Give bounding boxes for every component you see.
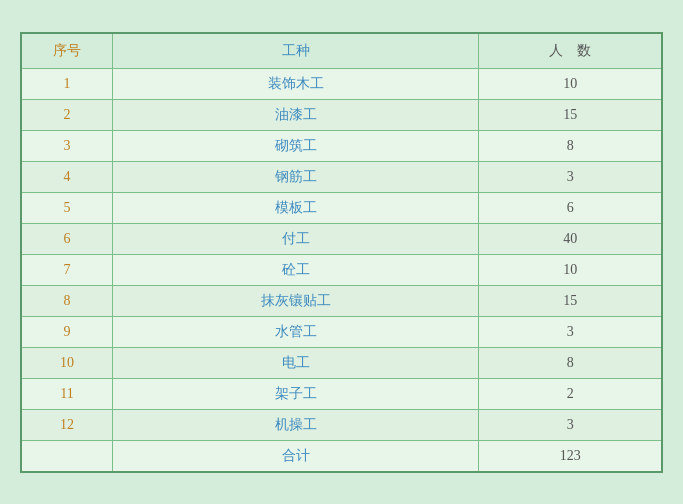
table-row-count: 10 xyxy=(479,254,662,285)
table-row-type: 水管工 xyxy=(113,316,479,347)
table-row-count: 6 xyxy=(479,192,662,223)
header-type: 工种 xyxy=(113,33,479,69)
table-row-seq: 6 xyxy=(21,223,113,254)
table-row-count: 3 xyxy=(479,316,662,347)
table-row-seq: 11 xyxy=(21,378,113,409)
table-row-seq: 10 xyxy=(21,347,113,378)
table-row-count: 40 xyxy=(479,223,662,254)
summary-seq xyxy=(21,440,113,472)
table-row-type: 电工 xyxy=(113,347,479,378)
table-row-seq: 3 xyxy=(21,130,113,161)
summary-count: 123 xyxy=(479,440,662,472)
table-row-seq: 4 xyxy=(21,161,113,192)
table-row-count: 10 xyxy=(479,68,662,99)
table-row-type: 抹灰镶贴工 xyxy=(113,285,479,316)
table-row-type: 装饰木工 xyxy=(113,68,479,99)
table-row-type: 架子工 xyxy=(113,378,479,409)
table-row-count: 8 xyxy=(479,347,662,378)
table-row-seq: 8 xyxy=(21,285,113,316)
table-row-count: 2 xyxy=(479,378,662,409)
table-row-seq: 1 xyxy=(21,68,113,99)
table-row-seq: 5 xyxy=(21,192,113,223)
table-row-seq: 12 xyxy=(21,409,113,440)
table-row-type: 砌筑工 xyxy=(113,130,479,161)
table-row-type: 机操工 xyxy=(113,409,479,440)
summary-label: 合计 xyxy=(113,440,479,472)
table-row-count: 3 xyxy=(479,409,662,440)
header-seq: 序号 xyxy=(21,33,113,69)
table-row-type: 钢筋工 xyxy=(113,161,479,192)
table-row-type: 模板工 xyxy=(113,192,479,223)
table-row-seq: 9 xyxy=(21,316,113,347)
table-row-seq: 2 xyxy=(21,99,113,130)
table-row-count: 15 xyxy=(479,99,662,130)
table-row-type: 付工 xyxy=(113,223,479,254)
table-row-type: 油漆工 xyxy=(113,99,479,130)
header-count: 人 数 xyxy=(479,33,662,69)
table-row-seq: 7 xyxy=(21,254,113,285)
table-row-count: 3 xyxy=(479,161,662,192)
table-row-count: 8 xyxy=(479,130,662,161)
table-row-type: 砼工 xyxy=(113,254,479,285)
labor-table: 序号 工种 人 数 1装饰木工102油漆工153砌筑工84钢筋工35模板工66付… xyxy=(20,32,663,473)
table-row-count: 15 xyxy=(479,285,662,316)
table-container: 序号 工种 人 数 1装饰木工102油漆工153砌筑工84钢筋工35模板工66付… xyxy=(0,12,683,493)
